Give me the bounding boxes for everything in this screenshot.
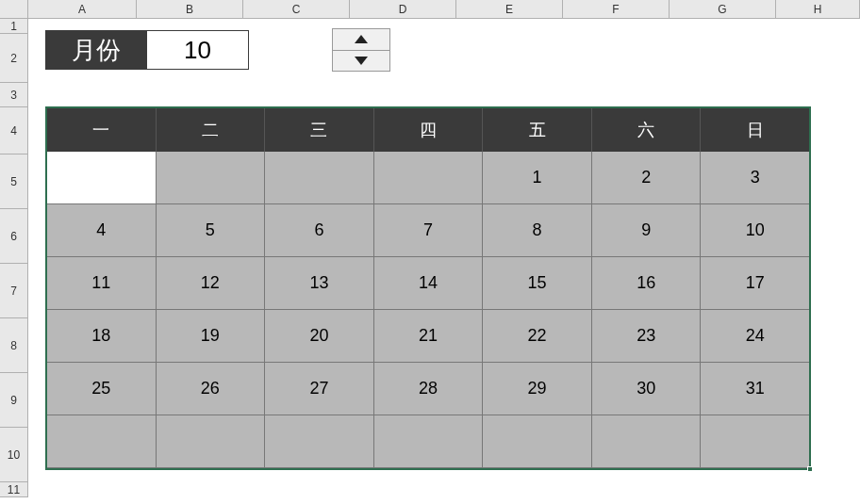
calendar-cell[interactable]: 20 [265,310,374,363]
column-header[interactable]: B [137,0,243,18]
calendar-cell[interactable]: 19 [157,310,266,363]
calendar-cell[interactable] [47,415,157,468]
triangle-up-icon [355,35,368,43]
row-header[interactable]: 3 [0,83,27,107]
calendar-cell[interactable] [157,152,266,204]
column-header[interactable]: H [776,0,860,18]
month-label: 月份 [45,30,147,70]
calendar-cell[interactable]: 16 [592,257,702,310]
row-header[interactable]: 10 [0,428,27,482]
row-header[interactable]: 1 [0,19,27,34]
calendar-cell[interactable]: 5 [157,204,266,257]
calendar-cell[interactable] [47,152,157,204]
calendar-cell[interactable]: 18 [47,310,157,363]
selection-fill-handle[interactable] [807,466,813,472]
calendar-cell[interactable]: 17 [701,257,809,310]
row-header[interactable]: 11 [0,482,27,497]
weekday-header: 六 [592,108,702,152]
calendar-cell[interactable]: 2 [592,152,702,204]
calendar-cell[interactable] [265,415,374,468]
calendar-cell[interactable]: 9 [592,204,702,257]
column-header[interactable]: G [670,0,776,18]
calendar-cell[interactable] [592,415,702,468]
corner-cell[interactable] [0,0,28,18]
calendar-cell[interactable] [374,415,484,468]
sheet-area[interactable]: 月份 10 一二三四五六日123456789101112131415161718… [28,19,860,504]
calendar-cell[interactable]: 24 [701,310,809,363]
triangle-down-icon [355,57,368,65]
calendar-cell[interactable] [157,415,266,468]
calendar-cell[interactable]: 29 [483,363,592,415]
column-headers: ABCDEFGH [0,0,860,19]
calendar-cell[interactable]: 4 [47,204,157,257]
row-header[interactable]: 2 [0,34,27,83]
spinner-up-button[interactable] [332,28,390,51]
row-header[interactable]: 5 [0,154,27,209]
calendar-cell[interactable]: 31 [701,363,809,415]
weekday-header: 日 [701,108,809,152]
month-row: 月份 10 [45,30,249,70]
calendar-cell[interactable]: 1 [483,152,592,204]
calendar-cell[interactable]: 27 [265,363,374,415]
calendar-cell[interactable] [483,415,592,468]
calendar-cell[interactable]: 7 [374,204,484,257]
row-header[interactable]: 8 [0,318,27,373]
calendar-cell[interactable] [265,152,374,204]
row-headers: 1234567891011 [0,19,28,497]
weekday-header: 二 [157,108,266,152]
calendar-cell[interactable] [374,152,484,204]
calendar-cell[interactable]: 28 [374,363,484,415]
month-value[interactable]: 10 [147,30,249,70]
column-header[interactable]: D [350,0,456,18]
row-header[interactable]: 4 [0,107,27,154]
calendar-cell[interactable]: 23 [592,310,702,363]
weekday-header: 五 [483,108,592,152]
calendar-cell[interactable]: 13 [265,257,374,310]
weekday-header: 三 [265,108,374,152]
column-header[interactable]: C [243,0,350,18]
calendar-cell[interactable]: 21 [374,310,484,363]
row-header[interactable]: 9 [0,373,27,428]
calendar-cell[interactable]: 22 [483,310,592,363]
calendar-cell[interactable]: 30 [592,363,702,415]
calendar-cell[interactable]: 6 [265,204,374,257]
column-header[interactable]: E [456,0,563,18]
row-header[interactable]: 6 [0,209,27,264]
calendar-cell[interactable]: 8 [483,204,592,257]
calendar-range[interactable]: 一二三四五六日123456789101112131415161718192021… [45,106,811,470]
calendar-cell[interactable]: 3 [701,152,809,204]
calendar-cell[interactable]: 11 [47,257,157,310]
column-header[interactable]: F [563,0,670,18]
weekday-header: 一 [47,108,157,152]
month-spinner [332,28,390,72]
calendar-cell[interactable]: 12 [157,257,266,310]
calendar-cell[interactable] [701,415,809,468]
row-header[interactable]: 7 [0,264,27,318]
calendar-cell[interactable]: 15 [483,257,592,310]
calendar-cell[interactable]: 25 [47,363,157,415]
spinner-down-button[interactable] [332,51,390,73]
weekday-header: 四 [374,108,484,152]
calendar-cell[interactable]: 26 [157,363,266,415]
column-header[interactable]: A [28,0,137,18]
calendar-cell[interactable]: 10 [701,204,809,257]
calendar-cell[interactable]: 14 [374,257,484,310]
